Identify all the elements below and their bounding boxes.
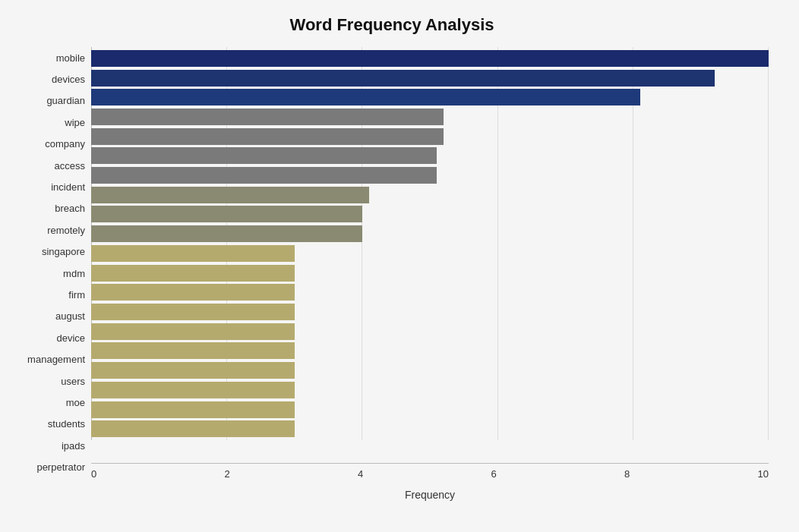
bar-row-wipe	[91, 107, 769, 127]
bar-row-mdm	[91, 244, 769, 263]
bar-row-perpetrator	[91, 419, 769, 439]
bar-august	[91, 284, 295, 301]
bar-row-device	[91, 302, 769, 322]
x-axis-label: Frequency	[91, 489, 769, 501]
grid-and-bars	[91, 47, 769, 463]
bar-row-firm	[91, 263, 769, 283]
y-label-moe: moe	[15, 392, 85, 412]
y-label-firm: firm	[15, 285, 85, 304]
bar-row-breach	[91, 185, 769, 205]
chart-area: mobiledevicesguardianwipecompanyaccessin…	[15, 47, 769, 501]
bar-singapore	[91, 225, 362, 242]
bar-devices	[91, 70, 715, 87]
x-axis: 0246810	[91, 463, 769, 486]
bar-breach	[91, 187, 369, 203]
bar-ipads	[91, 401, 295, 418]
bar-row-remotely	[91, 205, 769, 225]
y-label-ipads: ipads	[15, 436, 85, 455]
y-label-device: device	[15, 328, 85, 348]
bars-container	[91, 47, 769, 440]
bar-incident	[91, 167, 437, 184]
x-tick-10: 10	[758, 468, 769, 480]
x-tick-2: 2	[225, 468, 230, 480]
bar-row-mobile	[91, 49, 769, 68]
y-label-access: access	[15, 156, 85, 175]
x-tick-0: 0	[91, 468, 96, 480]
x-tick-4: 4	[358, 468, 363, 480]
y-label-users: users	[15, 371, 85, 391]
y-label-singapore: singapore	[15, 242, 85, 262]
bar-mdm	[91, 245, 295, 262]
bar-row-incident	[91, 165, 769, 185]
bar-moe	[91, 362, 295, 379]
y-label-perpetrator: perpetrator	[15, 458, 85, 477]
bar-company	[91, 128, 444, 145]
bars-and-grid: 0246810 Frequency	[91, 47, 769, 501]
bar-mobile	[91, 50, 769, 67]
y-label-breach: breach	[15, 199, 85, 219]
bar-row-students	[91, 380, 769, 400]
y-label-students: students	[15, 414, 85, 434]
bar-row-devices	[91, 68, 769, 88]
bar-row-ipads	[91, 400, 769, 420]
bar-row-management	[91, 322, 769, 342]
x-tick-6: 6	[491, 468, 497, 480]
bar-wipe	[91, 109, 444, 125]
y-label-august: august	[15, 307, 85, 326]
y-label-wipe: wipe	[15, 112, 85, 132]
bar-device	[91, 304, 295, 320]
y-label-mobile: mobile	[15, 48, 85, 68]
bar-row-access	[91, 146, 769, 166]
y-label-remotely: remotely	[15, 220, 85, 240]
bar-firm	[91, 265, 295, 282]
bar-management	[91, 323, 295, 340]
bar-row-guardian	[91, 87, 769, 107]
bar-perpetrator	[91, 420, 295, 437]
chart-container: Word Frequency Analysis mobiledevicesgua…	[0, 0, 799, 532]
bar-row-august	[91, 282, 769, 302]
bar-row-users	[91, 342, 769, 361]
bar-row-company	[91, 127, 769, 146]
y-label-incident: incident	[15, 178, 85, 197]
bar-row-moe	[91, 360, 769, 380]
y-label-mdm: mdm	[15, 263, 85, 283]
y-label-company: company	[15, 134, 85, 154]
bar-remotely	[91, 206, 362, 222]
bar-students	[91, 382, 295, 398]
x-tick-8: 8	[624, 468, 630, 480]
y-label-guardian: guardian	[15, 91, 85, 111]
bar-row-singapore	[91, 224, 769, 244]
bar-access	[91, 147, 437, 164]
bar-users	[91, 342, 295, 359]
chart-title: Word Frequency Analysis	[15, 15, 769, 35]
y-label-devices: devices	[15, 70, 85, 90]
y-label-management: management	[15, 350, 85, 370]
bar-guardian	[91, 89, 640, 105]
y-axis-labels: mobiledevicesguardianwipecompanyaccessin…	[15, 47, 91, 501]
